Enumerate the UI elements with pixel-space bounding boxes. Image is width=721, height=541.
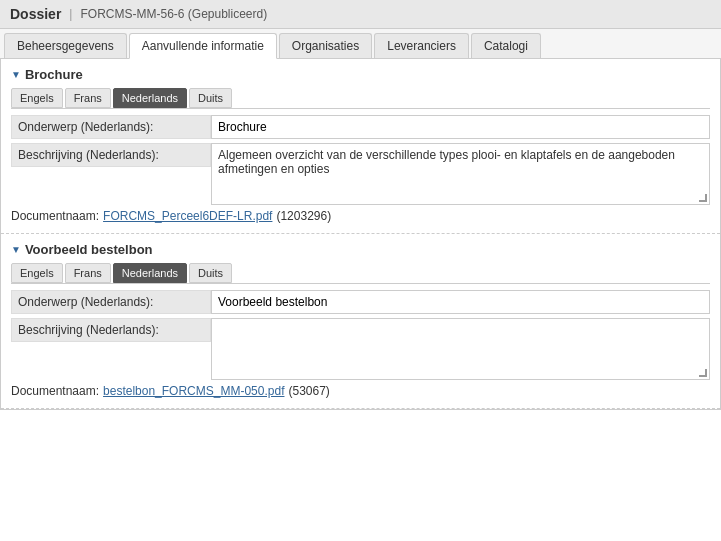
brochure-beschrijving-value: Algemeen overzicht van de verschillende … <box>212 144 709 204</box>
tab-organisaties[interactable]: Organisaties <box>279 33 372 58</box>
brochure-onderwerp-row: Onderwerp (Nederlands): <box>11 115 710 139</box>
brochure-doc-label: Documentnaam: <box>11 209 99 223</box>
dossier-subtitle: FORCMS-MM-56-6 (Gepubliceerd) <box>80 7 267 21</box>
brochure-onderwerp-label: Onderwerp (Nederlands): <box>11 115 211 139</box>
page-header: Dossier | FORCMS-MM-56-6 (Gepubliceerd) <box>0 0 721 29</box>
brochure-title-text: Brochure <box>25 67 83 82</box>
brochure-document-row: Documentnaam: FORCMS_Perceel6DEF-LR.pdf … <box>11 209 710 223</box>
brochure-arrow-icon: ▼ <box>11 69 21 80</box>
bestelbon-beschrijving-row: Beschrijving (Nederlands): <box>11 318 710 380</box>
brochure-doc-link[interactable]: FORCMS_Perceel6DEF-LR.pdf <box>103 209 272 223</box>
bestelbon-title-text: Voorbeeld bestelbon <box>25 242 153 257</box>
brochure-onderwerp-input[interactable] <box>218 120 703 134</box>
brochure-doc-size: (1203296) <box>276 209 331 223</box>
bestelbon-arrow-icon: ▼ <box>11 244 21 255</box>
tab-leveranciers[interactable]: Leveranciers <box>374 33 469 58</box>
header-separator: | <box>69 7 72 21</box>
main-content: ▼ Brochure Engels Frans Nederlands Duits… <box>0 59 721 410</box>
lang-tab-frans-brochure[interactable]: Frans <box>65 88 111 108</box>
section-brochure: ▼ Brochure Engels Frans Nederlands Duits… <box>1 59 720 234</box>
lang-tab-duits-brochure[interactable]: Duits <box>189 88 232 108</box>
brochure-onderwerp-value[interactable] <box>211 115 710 139</box>
tab-aanvullende-informatie[interactable]: Aanvullende informatie <box>129 33 277 59</box>
bestelbon-onderwerp-input[interactable] <box>218 295 703 309</box>
tab-catalogi[interactable]: Catalogi <box>471 33 541 58</box>
bestelbon-textarea-resize-icon[interactable] <box>699 369 707 377</box>
bestelbon-doc-link[interactable]: bestelbon_FORCMS_MM-050.pdf <box>103 384 284 398</box>
bestelbon-onderwerp-value[interactable] <box>211 290 710 314</box>
bestelbon-document-row: Documentnaam: bestelbon_FORCMS_MM-050.pd… <box>11 384 710 398</box>
lang-tab-nederlands-brochure[interactable]: Nederlands <box>113 88 187 108</box>
brochure-beschrijving-row: Beschrijving (Nederlands): Algemeen over… <box>11 143 710 205</box>
bestelbon-beschrijving-value <box>212 319 709 379</box>
dossier-title: Dossier <box>10 6 61 22</box>
bestelbon-onderwerp-row: Onderwerp (Nederlands): <box>11 290 710 314</box>
lang-tab-engels-brochure[interactable]: Engels <box>11 88 63 108</box>
bestelbon-onderwerp-label: Onderwerp (Nederlands): <box>11 290 211 314</box>
section-bestelbon-title: ▼ Voorbeeld bestelbon <box>11 242 710 257</box>
bestelbon-doc-label: Documentnaam: <box>11 384 99 398</box>
bestelbon-lang-tabs: Engels Frans Nederlands Duits <box>11 263 710 284</box>
brochure-beschrijving-label: Beschrijving (Nederlands): <box>11 143 211 167</box>
lang-tab-duits-bestelbon[interactable]: Duits <box>189 263 232 283</box>
brochure-beschrijving-wrapper[interactable]: Algemeen overzicht van de verschillende … <box>211 143 710 205</box>
tab-bar: Beheersgegevens Aanvullende informatie O… <box>0 29 721 59</box>
brochure-textarea-resize-icon[interactable] <box>699 194 707 202</box>
lang-tab-frans-bestelbon[interactable]: Frans <box>65 263 111 283</box>
bestelbon-doc-size: (53067) <box>288 384 329 398</box>
section-brochure-title: ▼ Brochure <box>11 67 710 82</box>
brochure-lang-tabs: Engels Frans Nederlands Duits <box>11 88 710 109</box>
section-voorbeeld-bestelbon: ▼ Voorbeeld bestelbon Engels Frans Neder… <box>1 234 720 409</box>
lang-tab-nederlands-bestelbon[interactable]: Nederlands <box>113 263 187 283</box>
bestelbon-beschrijving-wrapper[interactable] <box>211 318 710 380</box>
lang-tab-engels-bestelbon[interactable]: Engels <box>11 263 63 283</box>
tab-beheersgegevens[interactable]: Beheersgegevens <box>4 33 127 58</box>
bestelbon-beschrijving-label: Beschrijving (Nederlands): <box>11 318 211 342</box>
